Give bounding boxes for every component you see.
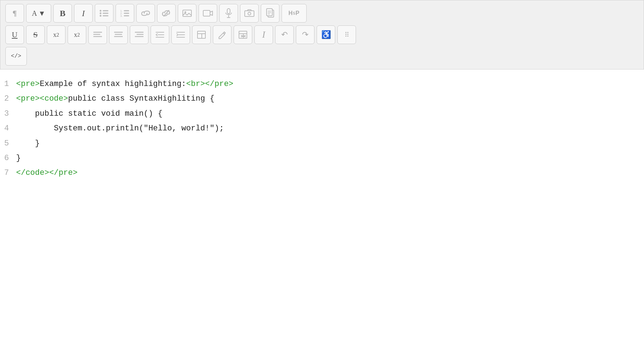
line-number-5: 5: [0, 137, 16, 150]
svg-rect-11: [124, 15, 129, 16]
link-button[interactable]: [136, 4, 155, 23]
align-right-button[interactable]: [130, 25, 148, 44]
line-number-3: 3: [0, 107, 16, 120]
italic-button[interactable]: I: [74, 4, 93, 23]
svg-rect-13: [183, 10, 191, 16]
cursor-button[interactable]: I: [254, 25, 273, 44]
bold-button[interactable]: B: [53, 4, 72, 23]
audio-button[interactable]: [219, 4, 238, 23]
edit-table-button[interactable]: [213, 25, 231, 44]
code-line-7: 7 </code></pre>: [0, 166, 644, 180]
subscript-button[interactable]: x2: [47, 25, 65, 44]
code-line-5: 5 }: [0, 136, 644, 151]
svg-rect-22: [267, 9, 272, 16]
align-center-button[interactable]: [109, 25, 128, 44]
svg-point-2: [100, 13, 102, 14]
svg-rect-19: [245, 11, 254, 16]
indent-decrease-button[interactable]: [151, 25, 169, 44]
svg-point-20: [248, 12, 251, 15]
h5p-button[interactable]: H5P: [282, 4, 307, 23]
toolbar-row-1: ¶ A ▼ B I 1. 2. 3.: [5, 4, 639, 23]
line-content-6: }: [16, 152, 21, 165]
line-content-3: public static void main() {: [16, 107, 162, 120]
copy-paste-button[interactable]: [261, 4, 279, 23]
delete-table-button[interactable]: [234, 25, 252, 44]
line-number-1: 1: [0, 77, 16, 91]
indent-increase-button[interactable]: [171, 25, 190, 44]
align-left-button[interactable]: [88, 25, 107, 44]
code-view-button[interactable]: </>: [5, 47, 27, 66]
undo-button[interactable]: ↶: [275, 25, 294, 44]
svg-text:3.: 3.: [120, 14, 123, 17]
image-button[interactable]: [178, 4, 196, 23]
font-family-button[interactable]: A ▼: [26, 4, 51, 23]
code-line-2: 2 <pre><code>public class SyntaxHighliti…: [0, 91, 644, 106]
special-chars-button[interactable]: ⠿: [337, 25, 356, 44]
svg-rect-1: [103, 10, 108, 11]
media-button[interactable]: [240, 4, 259, 23]
svg-rect-7: [124, 10, 129, 11]
redo-button[interactable]: ↷: [296, 25, 314, 44]
superscript-button[interactable]: x2: [68, 25, 86, 44]
line-number-6: 6: [0, 152, 16, 165]
line-number-4: 4: [0, 122, 16, 135]
underline-button[interactable]: U: [5, 25, 24, 44]
strikethrough-button[interactable]: S: [26, 25, 45, 44]
svg-rect-15: [203, 10, 210, 16]
code-editor[interactable]: 1 <pre>Example of syntax highlighting:<b…: [0, 70, 644, 292]
svg-rect-16: [227, 9, 230, 14]
ordered-list-button[interactable]: 1. 2. 3.: [116, 4, 134, 23]
svg-point-14: [185, 11, 186, 13]
code-line-4: 4 System.out.println("Hello, world!");: [0, 121, 644, 136]
svg-rect-3: [103, 13, 108, 14]
line-number-2: 2: [0, 92, 16, 105]
code-line-3: 3 public static void main() {: [0, 106, 644, 121]
video-button[interactable]: [199, 4, 217, 23]
insert-table-button[interactable]: [192, 25, 211, 44]
svg-point-0: [100, 10, 102, 12]
unlink-button[interactable]: [157, 4, 176, 23]
svg-point-4: [100, 15, 102, 17]
line-content-2: <pre><code>public class SyntaxHighliting…: [16, 92, 215, 105]
line-content-7: </code></pre>: [16, 166, 78, 179]
paragraph-button[interactable]: ¶: [5, 4, 24, 23]
line-number-7: 7: [0, 166, 16, 179]
code-line-1: 1 <pre>Example of syntax highlighting:<b…: [0, 77, 644, 91]
line-content-4: System.out.println("Hello, world!");: [16, 122, 224, 135]
svg-rect-9: [124, 13, 129, 14]
accessibility-button[interactable]: ♿: [317, 25, 335, 44]
toolbar-row-2: U S x2 x2: [5, 25, 639, 44]
unordered-list-button[interactable]: [95, 4, 113, 23]
toolbar: ¶ A ▼ B I 1. 2. 3.: [0, 0, 644, 70]
code-line-6: 6 }: [0, 151, 644, 166]
toolbar-row-3: </>: [5, 47, 639, 66]
line-content-1: <pre>Example of syntax highlighting:<br>…: [16, 77, 233, 91]
svg-rect-5: [103, 15, 108, 16]
line-content-5: }: [16, 137, 40, 150]
